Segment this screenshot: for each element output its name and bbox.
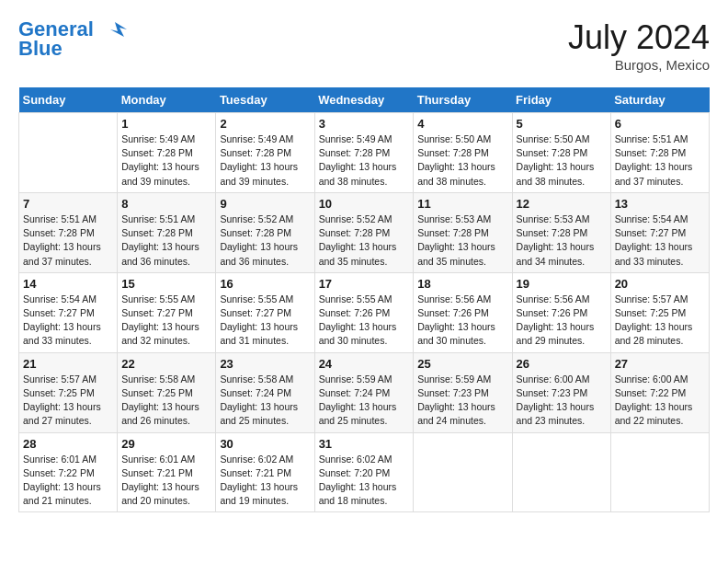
calendar-cell: 6Sunrise: 5:51 AMSunset: 7:28 PMDaylight… [610,113,709,193]
day-info: Sunrise: 5:53 AMSunset: 7:28 PMDaylight:… [417,213,507,269]
calendar-cell: 4Sunrise: 5:50 AMSunset: 7:28 PMDaylight… [414,113,512,193]
day-number: 7 [23,197,113,211]
calendar-cell: 29Sunrise: 6:01 AMSunset: 7:21 PMDayligh… [118,432,216,512]
day-number: 3 [319,117,410,131]
logo-bird-icon [101,20,129,40]
day-info: Sunrise: 5:50 AMSunset: 7:28 PMDaylight:… [417,132,507,189]
day-number: 23 [220,357,310,371]
day-number: 20 [615,277,705,291]
calendar-cell: 12Sunrise: 5:53 AMSunset: 7:28 PMDayligh… [512,192,610,272]
day-number: 27 [615,357,705,371]
day-number: 30 [220,437,310,451]
day-number: 2 [220,117,310,131]
day-info: Sunrise: 5:55 AMSunset: 7:27 PMDaylight:… [220,293,310,349]
day-number: 24 [319,357,410,371]
day-info: Sunrise: 5:54 AMSunset: 7:27 PMDaylight:… [23,293,113,349]
day-info: Sunrise: 5:53 AMSunset: 7:28 PMDaylight:… [517,213,607,269]
calendar-cell: 18Sunrise: 5:56 AMSunset: 7:26 PMDayligh… [414,272,512,352]
day-number: 13 [615,197,705,211]
header-friday: Friday [512,87,610,113]
day-number: 5 [517,117,607,131]
day-number: 29 [121,437,211,451]
calendar-cell: 27Sunrise: 6:00 AMSunset: 7:22 PMDayligh… [610,352,709,432]
calendar-cell: 9Sunrise: 5:52 AMSunset: 7:28 PMDaylight… [216,192,314,272]
calendar-cell [19,113,118,193]
day-info: Sunrise: 6:01 AMSunset: 7:21 PMDaylight:… [121,453,211,509]
day-info: Sunrise: 5:49 AMSunset: 7:28 PMDaylight:… [319,132,410,189]
day-number: 31 [319,437,410,451]
day-info: Sunrise: 5:54 AMSunset: 7:27 PMDaylight:… [615,213,705,269]
calendar-cell: 25Sunrise: 5:59 AMSunset: 7:23 PMDayligh… [414,352,512,432]
page-header: General Blue July 2024 Burgos, Mexico [18,18,710,73]
calendar-cell: 8Sunrise: 5:51 AMSunset: 7:28 PMDaylight… [118,192,216,272]
day-number: 18 [417,277,507,291]
day-info: Sunrise: 5:52 AMSunset: 7:28 PMDaylight:… [220,213,310,269]
day-info: Sunrise: 5:58 AMSunset: 7:25 PMDaylight:… [121,373,211,429]
day-number: 16 [220,277,310,291]
calendar-cell: 31Sunrise: 6:02 AMSunset: 7:20 PMDayligh… [314,432,414,512]
week-row-2: 7Sunrise: 5:51 AMSunset: 7:28 PMDaylight… [19,192,710,272]
day-info: Sunrise: 6:00 AMSunset: 7:22 PMDaylight:… [615,373,705,429]
calendar-cell: 28Sunrise: 6:01 AMSunset: 7:22 PMDayligh… [19,432,118,512]
svg-marker-0 [110,22,127,37]
day-info: Sunrise: 5:58 AMSunset: 7:24 PMDaylight:… [220,373,310,429]
day-info: Sunrise: 5:51 AMSunset: 7:28 PMDaylight:… [121,213,211,269]
calendar-cell: 20Sunrise: 5:57 AMSunset: 7:25 PMDayligh… [610,272,709,352]
day-info: Sunrise: 6:01 AMSunset: 7:22 PMDaylight:… [23,453,113,509]
header-tuesday: Tuesday [216,87,314,113]
day-info: Sunrise: 5:57 AMSunset: 7:25 PMDaylight:… [615,293,705,349]
calendar-cell: 10Sunrise: 5:52 AMSunset: 7:28 PMDayligh… [314,192,414,272]
calendar-cell: 22Sunrise: 5:58 AMSunset: 7:25 PMDayligh… [118,352,216,432]
calendar-header-row: SundayMondayTuesdayWednesdayThursdayFrid… [19,87,710,113]
month-year-title: July 2024 [568,18,710,57]
day-info: Sunrise: 6:02 AMSunset: 7:21 PMDaylight:… [220,453,310,509]
calendar-cell: 3Sunrise: 5:49 AMSunset: 7:28 PMDaylight… [314,113,414,193]
week-row-5: 28Sunrise: 6:01 AMSunset: 7:22 PMDayligh… [19,432,710,512]
header-thursday: Thursday [414,87,512,113]
logo: General Blue [18,18,129,61]
day-number: 6 [615,117,705,131]
calendar-cell [610,432,709,512]
day-number: 26 [517,357,607,371]
day-info: Sunrise: 5:51 AMSunset: 7:28 PMDaylight:… [23,213,113,269]
day-info: Sunrise: 5:50 AMSunset: 7:28 PMDaylight:… [517,132,607,189]
header-sunday: Sunday [19,87,118,113]
week-row-4: 21Sunrise: 5:57 AMSunset: 7:25 PMDayligh… [19,352,710,432]
day-number: 22 [121,357,211,371]
day-number: 8 [121,197,211,211]
day-info: Sunrise: 5:57 AMSunset: 7:25 PMDaylight:… [23,373,113,429]
week-row-3: 14Sunrise: 5:54 AMSunset: 7:27 PMDayligh… [19,272,710,352]
day-info: Sunrise: 5:55 AMSunset: 7:27 PMDaylight:… [121,293,211,349]
calendar-cell: 14Sunrise: 5:54 AMSunset: 7:27 PMDayligh… [19,272,118,352]
day-number: 14 [23,277,113,291]
calendar-cell: 17Sunrise: 5:55 AMSunset: 7:26 PMDayligh… [314,272,414,352]
day-number: 17 [319,277,410,291]
day-number: 1 [121,117,211,131]
day-info: Sunrise: 5:59 AMSunset: 7:24 PMDaylight:… [319,373,410,429]
calendar-cell: 16Sunrise: 5:55 AMSunset: 7:27 PMDayligh… [216,272,314,352]
day-number: 19 [517,277,607,291]
calendar-cell [512,432,610,512]
calendar-cell: 21Sunrise: 5:57 AMSunset: 7:25 PMDayligh… [19,352,118,432]
day-number: 9 [220,197,310,211]
calendar-cell: 11Sunrise: 5:53 AMSunset: 7:28 PMDayligh… [414,192,512,272]
day-number: 25 [417,357,507,371]
calendar-cell: 19Sunrise: 5:56 AMSunset: 7:26 PMDayligh… [512,272,610,352]
day-info: Sunrise: 5:51 AMSunset: 7:28 PMDaylight:… [615,132,705,189]
header-saturday: Saturday [610,87,709,113]
header-wednesday: Wednesday [314,87,414,113]
day-info: Sunrise: 5:49 AMSunset: 7:28 PMDaylight:… [220,132,310,189]
calendar-cell: 23Sunrise: 5:58 AMSunset: 7:24 PMDayligh… [216,352,314,432]
calendar-cell: 26Sunrise: 6:00 AMSunset: 7:23 PMDayligh… [512,352,610,432]
day-number: 4 [417,117,507,131]
day-info: Sunrise: 6:00 AMSunset: 7:23 PMDaylight:… [517,373,607,429]
day-info: Sunrise: 5:59 AMSunset: 7:23 PMDaylight:… [417,373,507,429]
day-number: 10 [319,197,410,211]
day-info: Sunrise: 6:02 AMSunset: 7:20 PMDaylight:… [319,453,410,509]
calendar-cell: 5Sunrise: 5:50 AMSunset: 7:28 PMDaylight… [512,113,610,193]
title-block: July 2024 Burgos, Mexico [568,18,710,73]
day-info: Sunrise: 5:56 AMSunset: 7:26 PMDaylight:… [517,293,607,349]
calendar-cell: 1Sunrise: 5:49 AMSunset: 7:28 PMDaylight… [118,113,216,193]
day-info: Sunrise: 5:56 AMSunset: 7:26 PMDaylight:… [417,293,507,349]
location-subtitle: Burgos, Mexico [568,57,710,73]
